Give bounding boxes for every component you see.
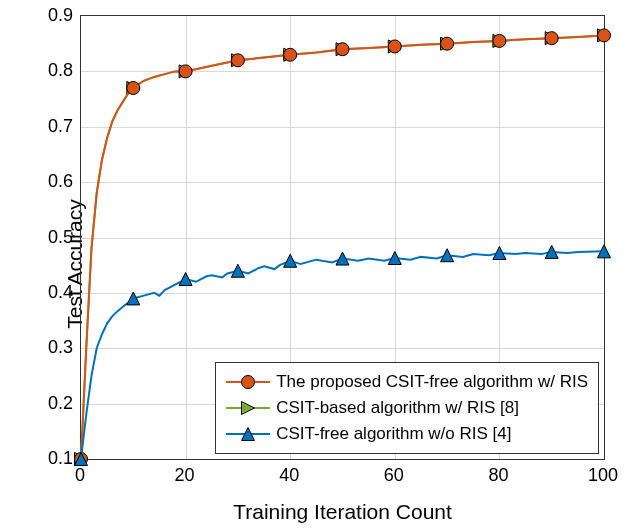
x-tick-label: 20 — [175, 465, 195, 486]
svg-point-20 — [545, 32, 558, 45]
series-marker — [493, 34, 506, 47]
legend: The proposed CSIT-free algorithm w/ RISC… — [215, 362, 599, 454]
legend-label: CSIT-based algorithm w/ RIS [8] — [276, 398, 519, 418]
series-marker — [231, 54, 244, 67]
y-tick-label: 0.6 — [33, 171, 73, 192]
legend-entry: The proposed CSIT-free algorithm w/ RIS — [226, 369, 588, 395]
series-marker — [127, 292, 140, 305]
y-tick-label: 0.7 — [33, 115, 73, 136]
series-marker — [284, 254, 297, 267]
series-marker — [388, 40, 401, 53]
legend-entry: CSIT-based algorithm w/ RIS [8] — [226, 395, 588, 421]
series-marker — [179, 65, 192, 78]
svg-point-13 — [179, 65, 192, 78]
svg-point-21 — [598, 29, 611, 42]
y-tick-label: 0.2 — [33, 392, 73, 413]
legend-swatch — [226, 398, 270, 418]
svg-marker-25 — [231, 264, 244, 277]
x-tick-label: 0 — [75, 465, 85, 486]
y-tick-label: 0.8 — [33, 60, 73, 81]
x-tick-label: 80 — [488, 465, 508, 486]
chart-container: Test Accuracy Training Iteration Count T… — [0, 0, 628, 528]
svg-point-17 — [388, 40, 401, 53]
y-tick-label: 0.3 — [33, 337, 73, 358]
triangle-right-icon — [240, 400, 256, 416]
plot-area: The proposed CSIT-free algorithm w/ RISC… — [80, 15, 605, 460]
svg-marker-26 — [284, 254, 297, 267]
y-tick-label: 0.9 — [33, 5, 73, 26]
series-marker — [441, 37, 454, 50]
svg-marker-34 — [242, 402, 255, 415]
svg-point-18 — [441, 37, 454, 50]
svg-marker-35 — [242, 428, 255, 441]
series-marker — [284, 48, 297, 61]
series-marker — [598, 29, 611, 42]
x-tick-label: 40 — [279, 465, 299, 486]
svg-marker-23 — [127, 292, 140, 305]
legend-entry: CSIT-free algorithm w/o RIS [4] — [226, 421, 588, 447]
y-tick-label: 0.4 — [33, 281, 73, 302]
legend-swatch — [226, 372, 270, 392]
svg-point-15 — [284, 48, 297, 61]
series-marker — [231, 264, 244, 277]
svg-point-19 — [493, 34, 506, 47]
legend-label: CSIT-free algorithm w/o RIS [4] — [276, 424, 511, 444]
y-tick-label: 0.1 — [33, 448, 73, 469]
svg-point-33 — [242, 376, 255, 389]
series-marker — [127, 81, 140, 94]
series-marker — [545, 32, 558, 45]
svg-point-16 — [336, 43, 349, 56]
x-axis-label: Training Iteration Count — [80, 500, 605, 524]
x-tick-label: 60 — [384, 465, 404, 486]
x-tick-label: 100 — [588, 465, 618, 486]
svg-marker-24 — [179, 273, 192, 286]
series-marker — [179, 273, 192, 286]
svg-point-14 — [231, 54, 244, 67]
legend-swatch — [226, 424, 270, 444]
series-marker — [336, 43, 349, 56]
triangle-up-icon — [240, 426, 256, 442]
svg-point-12 — [127, 81, 140, 94]
y-tick-label: 0.5 — [33, 226, 73, 247]
circle-icon — [240, 374, 256, 390]
legend-label: The proposed CSIT-free algorithm w/ RIS — [276, 372, 588, 392]
